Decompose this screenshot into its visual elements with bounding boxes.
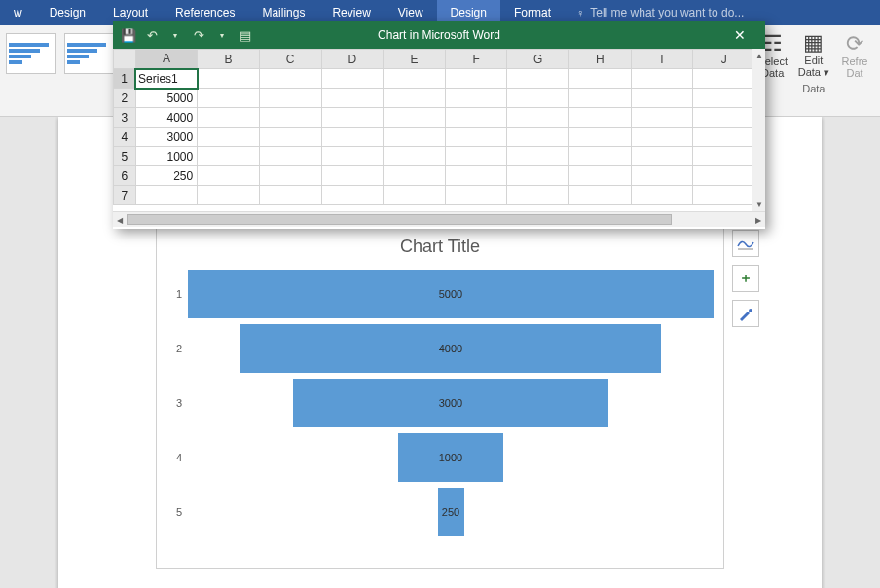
cell[interactable]: 250 <box>135 166 198 186</box>
column-header[interactable]: C <box>259 50 321 69</box>
scroll-down-icon[interactable]: ▼ <box>752 198 765 211</box>
cell[interactable] <box>259 147 321 166</box>
cell[interactable] <box>631 166 693 186</box>
cell[interactable] <box>384 128 446 147</box>
cell[interactable] <box>259 128 321 147</box>
cell[interactable] <box>631 147 693 166</box>
cell[interactable] <box>384 89 446 108</box>
cell[interactable]: 1000 <box>135 147 198 166</box>
cell[interactable] <box>135 186 198 205</box>
cell[interactable] <box>507 128 569 147</box>
tab-design[interactable]: Design <box>36 0 99 25</box>
horizontal-scrollbar[interactable]: ◀ ▶ <box>113 211 765 227</box>
cell[interactable] <box>259 69 321 89</box>
close-button[interactable]: ✕ <box>720 21 759 49</box>
funnel-bar[interactable]: 4000 <box>240 324 661 373</box>
cell[interactable] <box>507 147 569 166</box>
funnel-bar[interactable]: 5000 <box>188 270 714 318</box>
cell[interactable]: 5000 <box>135 89 198 108</box>
cell[interactable] <box>693 186 755 205</box>
vertical-scrollbar[interactable]: ▲ ▼ <box>752 49 765 211</box>
cell[interactable] <box>384 186 446 205</box>
cell[interactable] <box>693 89 755 108</box>
cell[interactable]: Series1 <box>135 69 198 89</box>
column-header[interactable]: A <box>135 50 198 69</box>
cell[interactable] <box>693 128 755 147</box>
scroll-up-icon[interactable]: ▲ <box>752 49 765 62</box>
cell[interactable] <box>445 166 507 186</box>
cell[interactable] <box>569 166 632 186</box>
cell[interactable] <box>569 108 632 128</box>
cell[interactable] <box>321 186 384 205</box>
column-header[interactable]: J <box>693 50 755 69</box>
funnel-bar[interactable]: 250 <box>438 488 464 536</box>
cell[interactable]: 4000 <box>135 108 198 128</box>
cell[interactable] <box>384 69 446 89</box>
cell[interactable] <box>384 166 446 186</box>
row-header[interactable]: 5 <box>114 147 136 166</box>
chart-style-thumb[interactable] <box>6 33 56 74</box>
chart-elements-button[interactable]: ＋ <box>732 265 759 292</box>
scroll-right-icon[interactable]: ▶ <box>752 212 765 228</box>
cell[interactable] <box>321 147 384 166</box>
cell[interactable] <box>569 147 632 166</box>
scrollbar-thumb[interactable] <box>127 214 672 225</box>
cell[interactable] <box>198 166 260 186</box>
cell[interactable] <box>631 69 693 89</box>
cell[interactable] <box>693 147 755 166</box>
column-header[interactable]: D <box>321 50 384 69</box>
cell[interactable] <box>259 186 321 205</box>
cell[interactable] <box>321 89 384 108</box>
save-icon[interactable]: 💾 <box>119 25 138 45</box>
cell[interactable] <box>507 166 569 186</box>
cell[interactable] <box>198 147 260 166</box>
undo-dropdown-icon[interactable]: ▾ <box>165 25 185 45</box>
cell[interactable] <box>198 186 260 205</box>
chart-style-thumb[interactable] <box>64 33 115 74</box>
cell[interactable] <box>445 89 507 108</box>
cell[interactable] <box>384 108 446 128</box>
cell[interactable] <box>631 108 693 128</box>
cell[interactable] <box>198 89 260 108</box>
cell[interactable] <box>631 89 693 108</box>
cell[interactable] <box>445 147 507 166</box>
cell[interactable] <box>321 69 384 89</box>
cell[interactable] <box>693 108 755 128</box>
cell[interactable] <box>693 69 755 89</box>
spreadsheet-titlebar[interactable]: 💾 ↶ ▾ ↷ ▾ ▤ Chart in Microsoft Word ✕ <box>113 21 765 49</box>
cell[interactable] <box>384 147 446 166</box>
row-header[interactable]: 7 <box>114 186 136 205</box>
column-header[interactable]: G <box>507 50 569 69</box>
chart-layout-options-button[interactable] <box>732 230 759 257</box>
redo-icon[interactable]: ↷ <box>189 25 208 45</box>
column-header[interactable]: H <box>569 50 632 69</box>
tell-me-search[interactable]: ♀ Tell me what you want to do... <box>565 6 755 19</box>
funnel-bar[interactable]: 3000 <box>293 379 608 427</box>
cell[interactable] <box>259 108 321 128</box>
cell[interactable] <box>569 69 632 89</box>
chart-title[interactable]: Chart Title <box>157 229 723 261</box>
column-header[interactable]: I <box>631 50 693 69</box>
cell[interactable] <box>321 128 384 147</box>
tab-partial-left[interactable]: w <box>0 0 36 25</box>
cell[interactable] <box>631 186 693 205</box>
column-header[interactable]: B <box>198 50 260 69</box>
cell[interactable] <box>259 89 321 108</box>
cell[interactable] <box>631 128 693 147</box>
cell[interactable] <box>445 186 507 205</box>
row-header[interactable]: 3 <box>114 108 136 128</box>
chart-icon[interactable]: ▤ <box>236 25 255 45</box>
cell[interactable] <box>507 89 569 108</box>
cell[interactable]: 3000 <box>135 128 198 147</box>
cell[interactable] <box>321 108 384 128</box>
cell[interactable] <box>198 128 260 147</box>
redo-dropdown-icon[interactable]: ▾ <box>212 25 232 45</box>
cell[interactable] <box>445 69 507 89</box>
chart-styles-button[interactable] <box>732 300 759 327</box>
row-header[interactable]: 1 <box>114 69 136 89</box>
cell[interactable] <box>445 128 507 147</box>
scroll-left-icon[interactable]: ◀ <box>113 212 127 228</box>
cell[interactable] <box>507 108 569 128</box>
spreadsheet-grid[interactable]: ABCDEFGHIJ1Series12500034000430005100062… <box>113 49 765 211</box>
cell[interactable] <box>321 166 384 186</box>
